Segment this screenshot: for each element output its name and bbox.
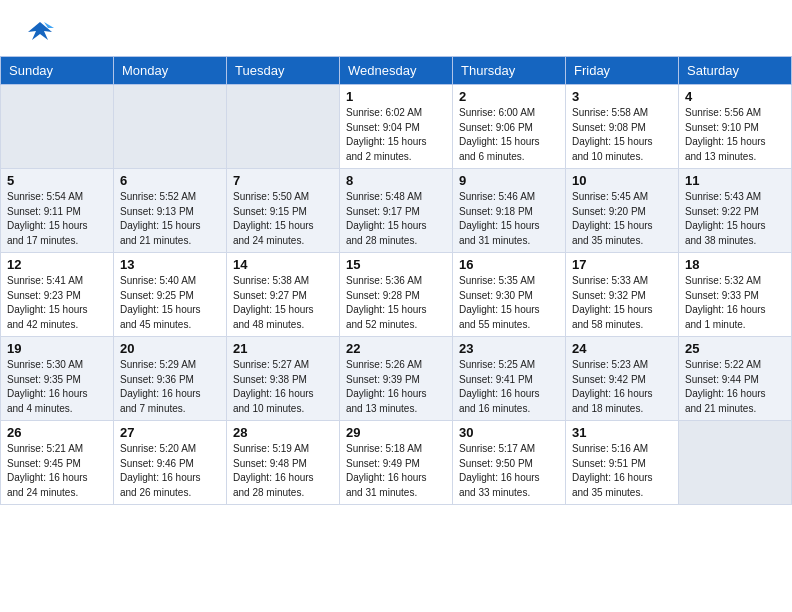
day-number: 6 (120, 173, 220, 188)
calendar-cell: 17Sunrise: 5:33 AM Sunset: 9:32 PM Dayli… (566, 253, 679, 337)
day-number: 22 (346, 341, 446, 356)
day-info: Sunrise: 5:16 AM Sunset: 9:51 PM Dayligh… (572, 442, 672, 500)
calendar-cell: 22Sunrise: 5:26 AM Sunset: 9:39 PM Dayli… (340, 337, 453, 421)
day-info: Sunrise: 5:54 AM Sunset: 9:11 PM Dayligh… (7, 190, 107, 248)
calendar-week-row: 26Sunrise: 5:21 AM Sunset: 9:45 PM Dayli… (1, 421, 792, 505)
day-info: Sunrise: 5:30 AM Sunset: 9:35 PM Dayligh… (7, 358, 107, 416)
calendar-cell: 7Sunrise: 5:50 AM Sunset: 9:15 PM Daylig… (227, 169, 340, 253)
day-info: Sunrise: 5:58 AM Sunset: 9:08 PM Dayligh… (572, 106, 672, 164)
page-header (0, 0, 792, 56)
calendar-cell: 24Sunrise: 5:23 AM Sunset: 9:42 PM Dayli… (566, 337, 679, 421)
day-info: Sunrise: 5:22 AM Sunset: 9:44 PM Dayligh… (685, 358, 785, 416)
calendar-cell (1, 85, 114, 169)
day-info: Sunrise: 5:18 AM Sunset: 9:49 PM Dayligh… (346, 442, 446, 500)
calendar-cell: 23Sunrise: 5:25 AM Sunset: 9:41 PM Dayli… (453, 337, 566, 421)
day-number: 3 (572, 89, 672, 104)
calendar-cell: 29Sunrise: 5:18 AM Sunset: 9:49 PM Dayli… (340, 421, 453, 505)
calendar-cell: 10Sunrise: 5:45 AM Sunset: 9:20 PM Dayli… (566, 169, 679, 253)
calendar-cell: 11Sunrise: 5:43 AM Sunset: 9:22 PM Dayli… (679, 169, 792, 253)
day-info: Sunrise: 5:29 AM Sunset: 9:36 PM Dayligh… (120, 358, 220, 416)
calendar-cell (114, 85, 227, 169)
day-info: Sunrise: 5:48 AM Sunset: 9:17 PM Dayligh… (346, 190, 446, 248)
day-number: 2 (459, 89, 559, 104)
day-info: Sunrise: 5:33 AM Sunset: 9:32 PM Dayligh… (572, 274, 672, 332)
day-info: Sunrise: 5:46 AM Sunset: 9:18 PM Dayligh… (459, 190, 559, 248)
day-info: Sunrise: 5:50 AM Sunset: 9:15 PM Dayligh… (233, 190, 333, 248)
day-number: 17 (572, 257, 672, 272)
logo (24, 18, 54, 46)
calendar-week-row: 12Sunrise: 5:41 AM Sunset: 9:23 PM Dayli… (1, 253, 792, 337)
day-number: 26 (7, 425, 107, 440)
day-info: Sunrise: 5:17 AM Sunset: 9:50 PM Dayligh… (459, 442, 559, 500)
day-number: 10 (572, 173, 672, 188)
day-info: Sunrise: 5:35 AM Sunset: 9:30 PM Dayligh… (459, 274, 559, 332)
calendar-table: SundayMondayTuesdayWednesdayThursdayFrid… (0, 56, 792, 505)
day-info: Sunrise: 5:25 AM Sunset: 9:41 PM Dayligh… (459, 358, 559, 416)
day-number: 4 (685, 89, 785, 104)
day-number: 8 (346, 173, 446, 188)
calendar-cell: 31Sunrise: 5:16 AM Sunset: 9:51 PM Dayli… (566, 421, 679, 505)
day-number: 21 (233, 341, 333, 356)
logo-bird-icon (26, 18, 54, 46)
day-number: 12 (7, 257, 107, 272)
day-info: Sunrise: 5:26 AM Sunset: 9:39 PM Dayligh… (346, 358, 446, 416)
day-info: Sunrise: 5:36 AM Sunset: 9:28 PM Dayligh… (346, 274, 446, 332)
calendar-week-row: 5Sunrise: 5:54 AM Sunset: 9:11 PM Daylig… (1, 169, 792, 253)
day-info: Sunrise: 5:23 AM Sunset: 9:42 PM Dayligh… (572, 358, 672, 416)
calendar-cell: 15Sunrise: 5:36 AM Sunset: 9:28 PM Dayli… (340, 253, 453, 337)
day-info: Sunrise: 5:32 AM Sunset: 9:33 PM Dayligh… (685, 274, 785, 332)
day-number: 7 (233, 173, 333, 188)
calendar-cell: 30Sunrise: 5:17 AM Sunset: 9:50 PM Dayli… (453, 421, 566, 505)
day-info: Sunrise: 5:38 AM Sunset: 9:27 PM Dayligh… (233, 274, 333, 332)
day-info: Sunrise: 5:45 AM Sunset: 9:20 PM Dayligh… (572, 190, 672, 248)
day-number: 30 (459, 425, 559, 440)
day-number: 9 (459, 173, 559, 188)
day-number: 1 (346, 89, 446, 104)
calendar-cell: 3Sunrise: 5:58 AM Sunset: 9:08 PM Daylig… (566, 85, 679, 169)
day-header-monday: Monday (114, 57, 227, 85)
day-number: 29 (346, 425, 446, 440)
calendar-cell: 2Sunrise: 6:00 AM Sunset: 9:06 PM Daylig… (453, 85, 566, 169)
calendar-week-row: 19Sunrise: 5:30 AM Sunset: 9:35 PM Dayli… (1, 337, 792, 421)
calendar-cell: 20Sunrise: 5:29 AM Sunset: 9:36 PM Dayli… (114, 337, 227, 421)
calendar-cell: 9Sunrise: 5:46 AM Sunset: 9:18 PM Daylig… (453, 169, 566, 253)
day-info: Sunrise: 5:56 AM Sunset: 9:10 PM Dayligh… (685, 106, 785, 164)
calendar-cell (227, 85, 340, 169)
calendar-cell: 5Sunrise: 5:54 AM Sunset: 9:11 PM Daylig… (1, 169, 114, 253)
day-number: 15 (346, 257, 446, 272)
calendar-cell: 16Sunrise: 5:35 AM Sunset: 9:30 PM Dayli… (453, 253, 566, 337)
day-info: Sunrise: 5:41 AM Sunset: 9:23 PM Dayligh… (7, 274, 107, 332)
day-info: Sunrise: 5:43 AM Sunset: 9:22 PM Dayligh… (685, 190, 785, 248)
calendar-cell: 27Sunrise: 5:20 AM Sunset: 9:46 PM Dayli… (114, 421, 227, 505)
calendar-cell: 8Sunrise: 5:48 AM Sunset: 9:17 PM Daylig… (340, 169, 453, 253)
day-number: 27 (120, 425, 220, 440)
day-header-sunday: Sunday (1, 57, 114, 85)
day-number: 24 (572, 341, 672, 356)
calendar-cell: 28Sunrise: 5:19 AM Sunset: 9:48 PM Dayli… (227, 421, 340, 505)
day-info: Sunrise: 5:40 AM Sunset: 9:25 PM Dayligh… (120, 274, 220, 332)
day-info: Sunrise: 5:52 AM Sunset: 9:13 PM Dayligh… (120, 190, 220, 248)
calendar-cell: 25Sunrise: 5:22 AM Sunset: 9:44 PM Dayli… (679, 337, 792, 421)
calendar-cell: 4Sunrise: 5:56 AM Sunset: 9:10 PM Daylig… (679, 85, 792, 169)
calendar-week-row: 1Sunrise: 6:02 AM Sunset: 9:04 PM Daylig… (1, 85, 792, 169)
day-header-wednesday: Wednesday (340, 57, 453, 85)
calendar-header-row: SundayMondayTuesdayWednesdayThursdayFrid… (1, 57, 792, 85)
day-number: 31 (572, 425, 672, 440)
day-number: 18 (685, 257, 785, 272)
calendar-cell: 26Sunrise: 5:21 AM Sunset: 9:45 PM Dayli… (1, 421, 114, 505)
day-number: 5 (7, 173, 107, 188)
day-number: 13 (120, 257, 220, 272)
day-number: 14 (233, 257, 333, 272)
calendar-cell: 13Sunrise: 5:40 AM Sunset: 9:25 PM Dayli… (114, 253, 227, 337)
calendar-cell: 1Sunrise: 6:02 AM Sunset: 9:04 PM Daylig… (340, 85, 453, 169)
day-info: Sunrise: 6:00 AM Sunset: 9:06 PM Dayligh… (459, 106, 559, 164)
day-header-thursday: Thursday (453, 57, 566, 85)
day-number: 16 (459, 257, 559, 272)
calendar-cell: 12Sunrise: 5:41 AM Sunset: 9:23 PM Dayli… (1, 253, 114, 337)
calendar-cell: 6Sunrise: 5:52 AM Sunset: 9:13 PM Daylig… (114, 169, 227, 253)
day-info: Sunrise: 5:19 AM Sunset: 9:48 PM Dayligh… (233, 442, 333, 500)
calendar-cell: 14Sunrise: 5:38 AM Sunset: 9:27 PM Dayli… (227, 253, 340, 337)
day-header-saturday: Saturday (679, 57, 792, 85)
day-number: 28 (233, 425, 333, 440)
day-number: 20 (120, 341, 220, 356)
